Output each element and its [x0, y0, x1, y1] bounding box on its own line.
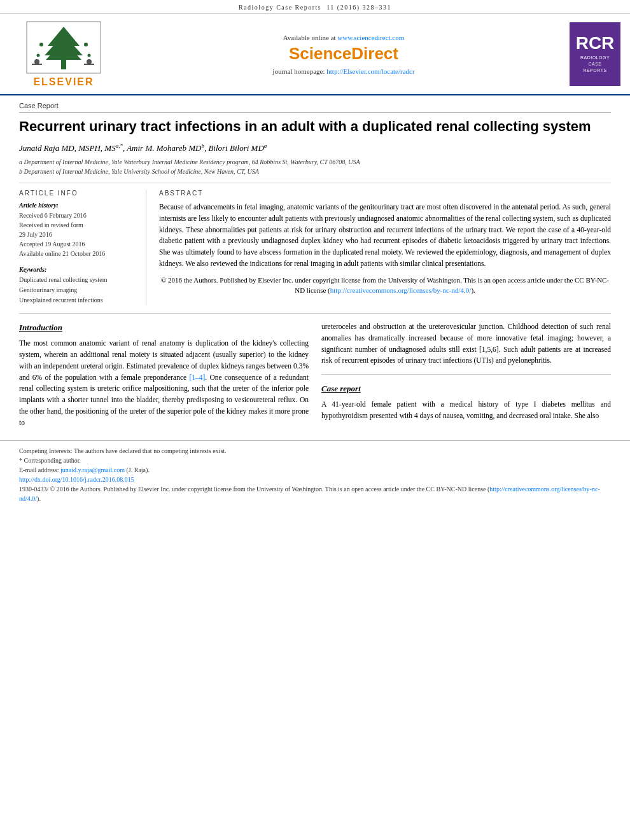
elsevier-tree-icon — [25, 20, 102, 74]
article-info-abstract-section: ARTICLE INFO Article history: Received 6… — [19, 183, 611, 305]
svg-point-6 — [39, 43, 43, 46]
footer: Competing Interests: The authors have de… — [0, 440, 630, 508]
open-access-license: 1930-0433/ © 2016 the Authors. Published… — [19, 484, 611, 503]
right-para-1: ureteroceles and obstruction at the uret… — [321, 321, 611, 367]
elsevier-logo: ELSEVIER — [10, 20, 118, 88]
svg-rect-2 — [61, 60, 66, 69]
author-email[interactable]: junaid.y.raja@gmail.com — [60, 466, 125, 473]
history-label: Article history: — [19, 202, 136, 209]
article-title: Recurrent urinary tract infections in an… — [19, 118, 611, 136]
doi-link[interactable]: http://dx.doi.org/10.1016/j.radcr.2016.0… — [19, 476, 134, 483]
case-report-heading: Case report — [321, 382, 611, 395]
ref-1-4-link[interactable]: [1–4] — [189, 374, 205, 381]
article-info-column: ARTICLE INFO Article history: Received 6… — [19, 190, 146, 305]
rcr-logo: RCR RADIOLOGYCASEREPORTS — [570, 22, 620, 86]
journal-homepage-link[interactable]: http://Elsevier.com/locate/radcr — [326, 67, 414, 75]
svg-point-8 — [37, 54, 40, 57]
copyright-notice: © 2016 the Authors. Published by Elsevie… — [159, 275, 611, 296]
abstract-body: Because of advancements in fetal imaging… — [159, 202, 611, 270]
intro-para-1: The most common anatomic variant of rena… — [19, 338, 309, 429]
svg-point-9 — [88, 54, 91, 57]
journal-citation: Radiology Case Reports 11 (2016) 328–331 — [239, 4, 391, 11]
keyword-3: Unexplained recurrent infections — [19, 295, 136, 305]
section-divider — [19, 313, 611, 314]
affiliation-a: a Department of Internal Medicine, Yale … — [19, 157, 611, 167]
svg-point-7 — [84, 43, 88, 46]
sciencedirect-link[interactable]: www.sciencedirect.com — [337, 34, 404, 41]
sciencedirect-title: ScienceDirect — [118, 44, 570, 64]
svg-point-10 — [34, 59, 39, 64]
article-type-label: Case Report — [19, 102, 611, 113]
svg-point-12 — [87, 59, 92, 64]
cc-license-link[interactable]: http://creativecommons.org/licenses/by-n… — [330, 286, 472, 294]
available-online-date: Available online 21 October 2016 — [19, 249, 136, 258]
page-header: ELSEVIER Available online at www.science… — [0, 14, 630, 95]
corresponding-author: * Corresponding author. — [19, 456, 611, 465]
affiliation-b: b Department of Internal Medicine, Yale … — [19, 167, 611, 176]
affiliations: a Department of Internal Medicine, Yale … — [19, 157, 611, 176]
elsevier-label: ELSEVIER — [33, 76, 94, 88]
article-info-title: ARTICLE INFO — [19, 190, 136, 197]
doi-line: http://dx.doi.org/10.1016/j.radcr.2016.0… — [19, 475, 611, 484]
keyword-2: Genitourinary imaging — [19, 285, 136, 295]
svg-rect-13 — [84, 64, 94, 65]
journal-header: Radiology Case Reports 11 (2016) 328–331 — [0, 0, 630, 14]
main-content: Case Report Recurrent urinary tract infe… — [0, 95, 630, 440]
keywords-label: Keywords: — [19, 266, 136, 273]
email-line: E-mail address: junaid.y.raja@gmail.com … — [19, 465, 611, 475]
header-center: Available online at www.sciencedirect.co… — [118, 34, 570, 75]
authors-line: Junaid Raja MD, MSPH, MSa,*, Amir M. Moh… — [19, 143, 611, 153]
right-column: ureteroceles and obstruction at the uret… — [321, 321, 611, 434]
revised-date: 29 July 2016 — [19, 230, 136, 239]
available-online-text: Available online at www.sciencedirect.co… — [118, 34, 570, 41]
rcr-acronym: RCR — [576, 34, 615, 52]
rcr-full-name: RADIOLOGYCASEREPORTS — [580, 55, 610, 73]
body-content: Introduction The most common anatomic va… — [19, 321, 611, 434]
intro-column: Introduction The most common anatomic va… — [19, 321, 309, 434]
abstract-title: ABSTRACT — [159, 190, 611, 197]
accepted-date: Accepted 19 August 2016 — [19, 239, 136, 249]
intro-heading: Introduction — [19, 321, 309, 334]
competing-interests: Competing Interests: The authors have de… — [19, 446, 611, 456]
keywords-section: Keywords: Duplicated renal collecting sy… — [19, 266, 136, 305]
case-para-1: A 41-year-old female patient with a medi… — [321, 399, 611, 422]
keyword-1: Duplicated renal collecting system — [19, 275, 136, 285]
abstract-column: ABSTRACT Because of advancements in feta… — [159, 190, 611, 305]
case-report-divider — [321, 374, 611, 375]
journal-homepage-text: journal homepage: http://Elsevier.com/lo… — [118, 67, 570, 75]
svg-rect-11 — [32, 64, 42, 65]
received-revised-label: Received in revised form — [19, 220, 136, 230]
received-date-1: Received 6 February 2016 — [19, 211, 136, 220]
